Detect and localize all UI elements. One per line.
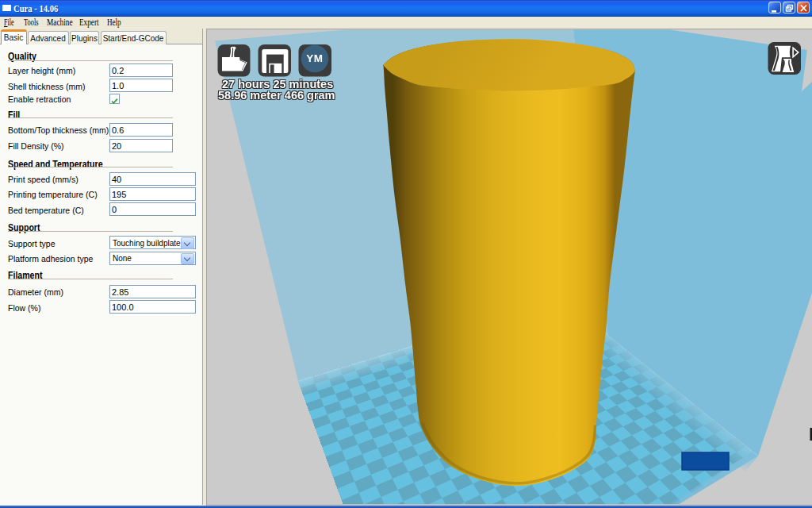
svg-text:YM: YM xyxy=(306,52,323,64)
